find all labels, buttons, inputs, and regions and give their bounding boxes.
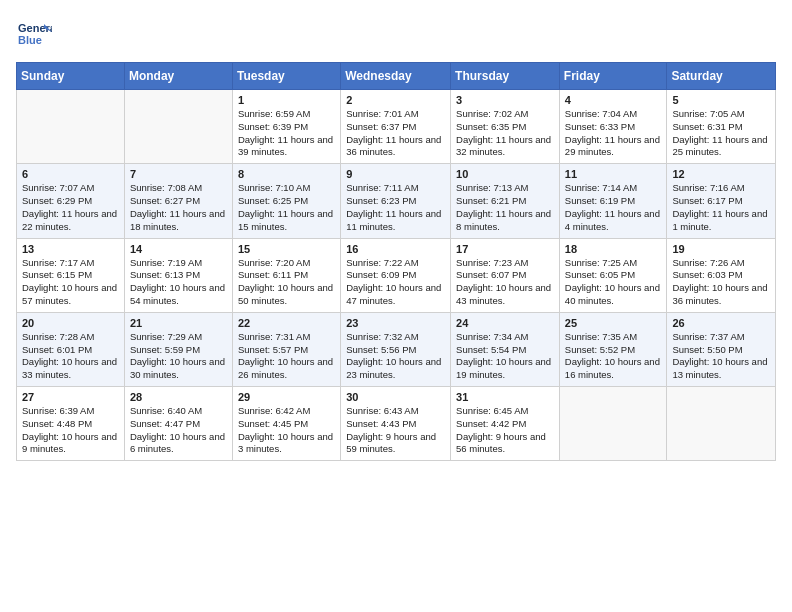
day-info: Sunrise: 7:05 AM Sunset: 6:31 PM Dayligh… (672, 108, 770, 159)
calendar-cell: 10Sunrise: 7:13 AM Sunset: 6:21 PM Dayli… (451, 164, 560, 238)
calendar-cell: 26Sunrise: 7:37 AM Sunset: 5:50 PM Dayli… (667, 312, 776, 386)
day-info: Sunrise: 6:43 AM Sunset: 4:43 PM Dayligh… (346, 405, 445, 456)
day-number: 15 (238, 243, 335, 255)
calendar-cell (124, 90, 232, 164)
day-info: Sunrise: 7:16 AM Sunset: 6:17 PM Dayligh… (672, 182, 770, 233)
col-header-saturday: Saturday (667, 63, 776, 90)
day-number: 4 (565, 94, 662, 106)
day-number: 23 (346, 317, 445, 329)
day-info: Sunrise: 6:59 AM Sunset: 6:39 PM Dayligh… (238, 108, 335, 159)
calendar-cell (17, 90, 125, 164)
day-info: Sunrise: 7:02 AM Sunset: 6:35 PM Dayligh… (456, 108, 554, 159)
day-number: 2 (346, 94, 445, 106)
calendar-cell: 20Sunrise: 7:28 AM Sunset: 6:01 PM Dayli… (17, 312, 125, 386)
day-number: 30 (346, 391, 445, 403)
calendar-cell: 5Sunrise: 7:05 AM Sunset: 6:31 PM Daylig… (667, 90, 776, 164)
day-number: 26 (672, 317, 770, 329)
logo: General Blue (16, 16, 52, 52)
calendar-cell: 22Sunrise: 7:31 AM Sunset: 5:57 PM Dayli… (232, 312, 340, 386)
calendar-cell: 31Sunrise: 6:45 AM Sunset: 4:42 PM Dayli… (451, 387, 560, 461)
day-info: Sunrise: 6:40 AM Sunset: 4:47 PM Dayligh… (130, 405, 227, 456)
col-header-tuesday: Tuesday (232, 63, 340, 90)
day-number: 14 (130, 243, 227, 255)
calendar-cell: 6Sunrise: 7:07 AM Sunset: 6:29 PM Daylig… (17, 164, 125, 238)
day-info: Sunrise: 7:26 AM Sunset: 6:03 PM Dayligh… (672, 257, 770, 308)
calendar-cell: 3Sunrise: 7:02 AM Sunset: 6:35 PM Daylig… (451, 90, 560, 164)
day-info: Sunrise: 7:10 AM Sunset: 6:25 PM Dayligh… (238, 182, 335, 233)
calendar-cell: 9Sunrise: 7:11 AM Sunset: 6:23 PM Daylig… (341, 164, 451, 238)
day-info: Sunrise: 7:22 AM Sunset: 6:09 PM Dayligh… (346, 257, 445, 308)
day-info: Sunrise: 7:13 AM Sunset: 6:21 PM Dayligh… (456, 182, 554, 233)
calendar-cell: 16Sunrise: 7:22 AM Sunset: 6:09 PM Dayli… (341, 238, 451, 312)
day-info: Sunrise: 7:20 AM Sunset: 6:11 PM Dayligh… (238, 257, 335, 308)
calendar-cell: 21Sunrise: 7:29 AM Sunset: 5:59 PM Dayli… (124, 312, 232, 386)
day-info: Sunrise: 7:14 AM Sunset: 6:19 PM Dayligh… (565, 182, 662, 233)
day-number: 7 (130, 168, 227, 180)
day-number: 6 (22, 168, 119, 180)
day-number: 10 (456, 168, 554, 180)
day-number: 20 (22, 317, 119, 329)
day-number: 16 (346, 243, 445, 255)
col-header-wednesday: Wednesday (341, 63, 451, 90)
day-number: 24 (456, 317, 554, 329)
day-number: 8 (238, 168, 335, 180)
day-info: Sunrise: 7:17 AM Sunset: 6:15 PM Dayligh… (22, 257, 119, 308)
calendar-cell: 30Sunrise: 6:43 AM Sunset: 4:43 PM Dayli… (341, 387, 451, 461)
day-info: Sunrise: 7:35 AM Sunset: 5:52 PM Dayligh… (565, 331, 662, 382)
day-info: Sunrise: 7:28 AM Sunset: 6:01 PM Dayligh… (22, 331, 119, 382)
calendar-cell: 28Sunrise: 6:40 AM Sunset: 4:47 PM Dayli… (124, 387, 232, 461)
calendar-cell (559, 387, 667, 461)
page-header: General Blue (16, 16, 776, 52)
day-number: 25 (565, 317, 662, 329)
calendar-cell: 7Sunrise: 7:08 AM Sunset: 6:27 PM Daylig… (124, 164, 232, 238)
day-info: Sunrise: 7:32 AM Sunset: 5:56 PM Dayligh… (346, 331, 445, 382)
day-info: Sunrise: 7:37 AM Sunset: 5:50 PM Dayligh… (672, 331, 770, 382)
calendar-cell: 29Sunrise: 6:42 AM Sunset: 4:45 PM Dayli… (232, 387, 340, 461)
calendar-cell: 25Sunrise: 7:35 AM Sunset: 5:52 PM Dayli… (559, 312, 667, 386)
calendar-cell: 1Sunrise: 6:59 AM Sunset: 6:39 PM Daylig… (232, 90, 340, 164)
day-info: Sunrise: 7:31 AM Sunset: 5:57 PM Dayligh… (238, 331, 335, 382)
day-number: 13 (22, 243, 119, 255)
day-info: Sunrise: 7:23 AM Sunset: 6:07 PM Dayligh… (456, 257, 554, 308)
day-info: Sunrise: 7:34 AM Sunset: 5:54 PM Dayligh… (456, 331, 554, 382)
day-number: 28 (130, 391, 227, 403)
day-number: 27 (22, 391, 119, 403)
calendar-cell: 24Sunrise: 7:34 AM Sunset: 5:54 PM Dayli… (451, 312, 560, 386)
day-info: Sunrise: 6:45 AM Sunset: 4:42 PM Dayligh… (456, 405, 554, 456)
calendar-table: SundayMondayTuesdayWednesdayThursdayFrid… (16, 62, 776, 461)
calendar-cell: 11Sunrise: 7:14 AM Sunset: 6:19 PM Dayli… (559, 164, 667, 238)
col-header-thursday: Thursday (451, 63, 560, 90)
calendar-cell: 27Sunrise: 6:39 AM Sunset: 4:48 PM Dayli… (17, 387, 125, 461)
day-number: 9 (346, 168, 445, 180)
col-header-sunday: Sunday (17, 63, 125, 90)
day-number: 31 (456, 391, 554, 403)
calendar-cell: 14Sunrise: 7:19 AM Sunset: 6:13 PM Dayli… (124, 238, 232, 312)
calendar-cell: 13Sunrise: 7:17 AM Sunset: 6:15 PM Dayli… (17, 238, 125, 312)
day-number: 12 (672, 168, 770, 180)
calendar-cell: 19Sunrise: 7:26 AM Sunset: 6:03 PM Dayli… (667, 238, 776, 312)
calendar-cell: 17Sunrise: 7:23 AM Sunset: 6:07 PM Dayli… (451, 238, 560, 312)
day-number: 29 (238, 391, 335, 403)
day-number: 19 (672, 243, 770, 255)
calendar-cell: 23Sunrise: 7:32 AM Sunset: 5:56 PM Dayli… (341, 312, 451, 386)
day-info: Sunrise: 7:08 AM Sunset: 6:27 PM Dayligh… (130, 182, 227, 233)
day-info: Sunrise: 7:01 AM Sunset: 6:37 PM Dayligh… (346, 108, 445, 159)
day-info: Sunrise: 7:04 AM Sunset: 6:33 PM Dayligh… (565, 108, 662, 159)
logo-icon: General Blue (16, 16, 52, 52)
day-number: 1 (238, 94, 335, 106)
day-number: 3 (456, 94, 554, 106)
day-number: 5 (672, 94, 770, 106)
day-number: 18 (565, 243, 662, 255)
day-info: Sunrise: 6:39 AM Sunset: 4:48 PM Dayligh… (22, 405, 119, 456)
day-info: Sunrise: 7:25 AM Sunset: 6:05 PM Dayligh… (565, 257, 662, 308)
col-header-friday: Friday (559, 63, 667, 90)
day-number: 11 (565, 168, 662, 180)
calendar-cell: 15Sunrise: 7:20 AM Sunset: 6:11 PM Dayli… (232, 238, 340, 312)
day-info: Sunrise: 6:42 AM Sunset: 4:45 PM Dayligh… (238, 405, 335, 456)
calendar-cell: 12Sunrise: 7:16 AM Sunset: 6:17 PM Dayli… (667, 164, 776, 238)
day-info: Sunrise: 7:19 AM Sunset: 6:13 PM Dayligh… (130, 257, 227, 308)
calendar-cell: 18Sunrise: 7:25 AM Sunset: 6:05 PM Dayli… (559, 238, 667, 312)
day-info: Sunrise: 7:11 AM Sunset: 6:23 PM Dayligh… (346, 182, 445, 233)
day-number: 22 (238, 317, 335, 329)
day-number: 17 (456, 243, 554, 255)
